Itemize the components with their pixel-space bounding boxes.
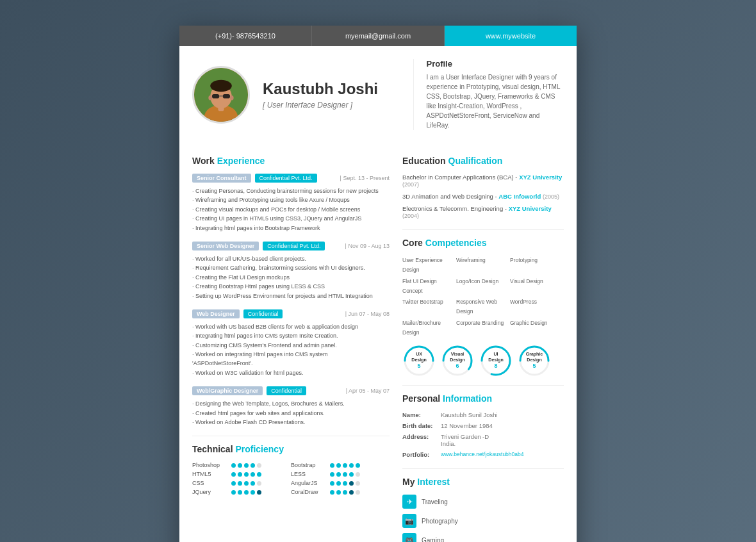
job-1-bullet-5: Integrating html pages into Bootstrap Fr…	[192, 224, 390, 233]
job-2-bullet-2: Requirement Gathering, brainstorming ses…	[192, 263, 390, 272]
tech-coraldraw-dots	[330, 490, 360, 495]
interest-traveling-label: Traveling	[422, 498, 448, 505]
competencies-section-title: Core Competencies	[402, 238, 564, 248]
full-name: Kaustubh Joshi	[263, 80, 400, 98]
job-3-bullet-2: Integrating html pages into CMS system I…	[192, 331, 390, 340]
comp-11: Corporate Branding	[456, 318, 510, 338]
edu-2-text: 3D Animation and Web Designing - ABC Inf…	[402, 193, 564, 200]
education-list: Bachelor in Computer Applications (BCA) …	[402, 174, 564, 219]
profile-description: I am a User Interface Designer with 9 ye…	[427, 72, 564, 130]
comp-10: Mailer/Brochure Design	[402, 318, 456, 338]
profile-text-block: Profile I am a User Interface Designer w…	[413, 59, 564, 130]
edu-1-text: Bachelor in Computer Applications (BCA) …	[402, 174, 564, 188]
tech-less: LESS	[291, 471, 390, 477]
personal-birth-label: Birth date:	[402, 422, 441, 429]
job-2-title: Senior Web Designer	[192, 242, 259, 250]
job-2-bullet-1: Worked for all UK/US-based client projec…	[192, 254, 390, 263]
website-text: www.mywebsite	[486, 32, 536, 40]
job-1-bullet-1: Creating Personas, Conducting brainstorm…	[192, 186, 390, 195]
tech-css: CSS	[192, 480, 291, 486]
edu-3: Electronics & Telecomm. Engineering - XY…	[402, 205, 564, 219]
job-3-date: | Jun 07 - May 08	[345, 311, 390, 317]
svg-point-4	[210, 79, 232, 92]
personal-name-label: Name:	[402, 411, 441, 418]
edu-3-year: (2004)	[402, 213, 419, 219]
comp-12: Graphic Design	[510, 318, 564, 338]
job-3-bullet-1: Worked with US based B2B clients for web…	[192, 322, 390, 331]
comp-3: Prototyping	[510, 256, 564, 275]
tech-jquery-label: JQuery	[192, 489, 227, 495]
personal-address-label: Address:	[402, 433, 441, 447]
job-4-title: Web/Graphic Designer	[192, 386, 263, 395]
job-4: Web/Graphic Designer Confidential | Apr …	[192, 386, 390, 427]
avatar	[192, 66, 250, 124]
circle-ux-label: UXDesign5	[411, 352, 426, 370]
traveling-icon: ✈	[402, 495, 416, 509]
circle-ux: UXDesign5	[402, 344, 436, 377]
job-1-title: Senior Consultant	[192, 174, 251, 183]
phone-text: (+91)- 9876543210	[215, 32, 275, 40]
interest-photography-label: Photography	[422, 518, 458, 525]
tech-left: Photoshop HTML5	[192, 462, 291, 498]
personal-birth-value: 12 November 1984	[441, 422, 493, 429]
job-4-bullet-3: Worked on Adobe Flash CD Presentations.	[192, 418, 390, 427]
job-1-bullet-2: Wireframing and Prototyping using tools …	[192, 195, 390, 204]
tech-less-dots	[330, 472, 360, 477]
role-title: [ User Interface Designer ]	[263, 101, 400, 110]
education-section-title: Education Qualification	[402, 156, 564, 166]
job-1-header: Senior Consultant Confidential Pvt. Ltd.…	[192, 174, 390, 183]
personal-portfolio-label: Portfolio:	[402, 451, 441, 458]
comp-4: Flat UI Design Concept	[402, 277, 456, 297]
edu-2: 3D Animation and Web Designing - ABC Inf…	[402, 193, 564, 200]
personal-portfolio-row: Portfolio: www.behance.net/jokaustubh0ab…	[402, 451, 564, 458]
job-2-bullet-5: Setting up WordPress Environment for pro…	[192, 292, 390, 300]
job-3-bullets: Worked with US based B2B clients for web…	[192, 322, 390, 377]
personal-address-row: Address: Triveni Garden -DIndia.	[402, 433, 564, 447]
edu-1-institution: XYZ University	[519, 174, 562, 181]
job-2-bullets: Worked for all UK/US-based client projec…	[192, 254, 390, 300]
tech-angularjs-dots	[330, 481, 360, 486]
phone-item: (+91)- 9876543210	[179, 26, 312, 46]
svg-point-9	[230, 95, 234, 99]
job-3-bullet-5: Worked on W3C validation for html pages.	[192, 368, 390, 377]
tech-bootstrap-dots	[330, 463, 360, 468]
job-3-bullet-4: Worked on integrating Html pages into CM…	[192, 350, 390, 368]
resume-body: Work Experience Senior Consultant Confid…	[179, 143, 577, 542]
circle-graphic-label: GraphicDesign5	[526, 352, 543, 370]
job-4-bullets: Designing the Web Template, Logos, Broch…	[192, 399, 390, 427]
interest-gaming-label: Gaming	[422, 537, 444, 542]
circle-ui-label: UIDesign8	[488, 352, 503, 370]
right-column: Education Qualification Bachelor in Comp…	[402, 156, 564, 542]
circle-visual-label: VisualDesign6	[450, 352, 464, 370]
tech-html5-dots	[231, 472, 261, 477]
comp-9: WordPress	[510, 297, 564, 317]
tech-html5: HTML5	[192, 471, 291, 477]
interest-gaming: 🎮 Gaming	[402, 533, 564, 542]
edu-1: Bachelor in Computer Applications (BCA) …	[402, 174, 564, 188]
tech-bootstrap: Bootstrap	[291, 462, 390, 468]
tech-css-label: CSS	[192, 480, 227, 486]
job-2-bullet-4: Creating Bootstrap Html pages using LESS…	[192, 282, 390, 291]
tech-jquery: JQuery	[192, 489, 291, 495]
job-3-title: Web Designer	[192, 309, 240, 318]
personal-portfolio-value: www.behance.net/jokaustubh0ab4	[441, 451, 523, 458]
resume-container: (+91)- 9876543210 myemail@gmail.com www.…	[179, 26, 577, 542]
job-2-company: Confidential Pvt. Ltd.	[263, 242, 325, 250]
personal-name-value: Kaustubh Sunil Joshi	[441, 411, 498, 418]
job-1-bullet-3: Creating visual mockups and POCs for des…	[192, 205, 390, 214]
left-column: Work Experience Senior Consultant Confid…	[192, 156, 390, 542]
work-section-title: Work Experience	[192, 156, 390, 166]
job-2-bullet-3: Creating the Flat UI Design mockups	[192, 273, 390, 282]
comp-7: Twitter Bootstrap	[402, 297, 456, 317]
email-item: myemail@gmail.com	[312, 26, 445, 46]
job-4-header: Web/Graphic Designer Confidential | Apr …	[192, 386, 390, 395]
tech-bootstrap-label: Bootstrap	[291, 462, 326, 468]
competencies-grid: User Experience Design Wireframing Proto…	[402, 256, 564, 338]
svg-rect-5	[212, 94, 219, 99]
tech-html5-label: HTML5	[192, 471, 227, 477]
job-4-date: | Apr 05 - May 07	[346, 388, 390, 394]
profile-heading: Profile	[427, 59, 564, 69]
tech-photoshop: Photoshop	[192, 462, 291, 468]
personal-birth-row: Birth date: 12 November 1984	[402, 422, 564, 429]
personal-address-value: Triveni Garden -DIndia.	[441, 433, 489, 447]
